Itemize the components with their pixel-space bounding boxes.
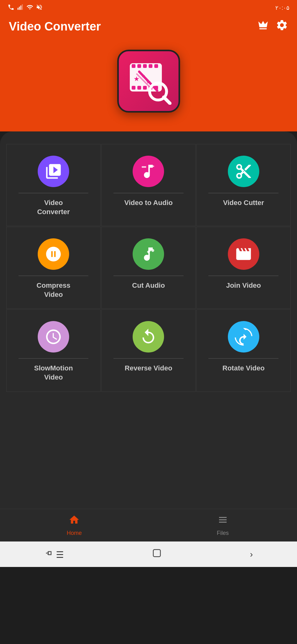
nav-item-files[interactable]: Files <box>149 514 297 536</box>
signal-bars-icon <box>17 4 24 12</box>
svg-rect-2 <box>20 5 21 10</box>
feature-divider <box>113 193 184 193</box>
svg-rect-1 <box>19 7 20 10</box>
wifi-icon <box>26 4 33 12</box>
compress-video-icon-circle <box>38 238 69 270</box>
feature-grid-section: VideoConverter Video to Audio Video Cutt… <box>0 131 297 509</box>
video-to-audio-icon-circle <box>133 156 164 187</box>
svg-rect-11 <box>137 86 141 90</box>
header-actions <box>257 19 288 34</box>
svg-rect-3 <box>22 4 23 9</box>
mute-icon <box>36 4 43 12</box>
rotate-video-label: Rotate Video <box>223 364 265 373</box>
feature-cell-compress-video[interactable]: CompressVideo <box>6 227 101 309</box>
feature-cell-rotate-video[interactable]: Rotate Video <box>196 309 291 391</box>
cut-audio-icon-circle <box>133 238 164 270</box>
video-cutter-label: Video Cutter <box>223 198 264 208</box>
svg-rect-22 <box>151 165 154 167</box>
compress-video-label: CompressVideo <box>36 281 70 299</box>
svg-rect-7 <box>143 64 147 68</box>
svg-rect-6 <box>137 64 141 68</box>
svg-rect-10 <box>132 86 135 90</box>
app-title: Video Converter <box>9 20 101 33</box>
svg-rect-5 <box>132 64 135 68</box>
feature-divider <box>113 358 184 359</box>
feature-grid: VideoConverter Video to Audio Video Cutt… <box>6 144 291 392</box>
svg-rect-31 <box>51 551 52 555</box>
hero-section: ★ ★ ★ <box>0 40 297 131</box>
cut-audio-label: Cut Audio <box>132 281 165 290</box>
feature-cell-reverse-video[interactable]: Reverse Video <box>101 309 195 391</box>
reverse-video-icon-circle <box>133 321 164 353</box>
feature-divider <box>208 275 278 276</box>
nav-item-home[interactable]: Home <box>0 514 149 536</box>
slowmotion-video-icon-circle <box>38 321 69 353</box>
svg-point-23 <box>151 249 154 252</box>
feature-divider <box>113 275 184 276</box>
video-to-audio-label: Video to Audio <box>124 198 173 208</box>
feature-cell-slowmotion-video[interactable]: SlowMotionVideo <box>6 309 101 391</box>
svg-rect-27 <box>47 553 48 554</box>
feature-divider <box>19 358 89 359</box>
svg-rect-0 <box>18 8 19 9</box>
feature-divider <box>19 193 89 193</box>
settings-icon[interactable] <box>276 19 288 34</box>
feature-cell-video-converter[interactable]: VideoConverter <box>6 144 101 226</box>
back-button[interactable]: ☰ <box>44 548 64 560</box>
feature-cell-video-cutter[interactable]: Video Cutter <box>196 144 291 226</box>
reverse-video-label: Reverse Video <box>125 364 172 373</box>
crown-icon[interactable] <box>257 19 269 34</box>
svg-rect-29 <box>49 551 51 552</box>
recents-button[interactable]: › <box>250 549 253 559</box>
join-video-label: Join Video <box>226 281 261 290</box>
video-converter-label: VideoConverter <box>37 198 70 216</box>
system-nav: ☰ › <box>0 541 297 567</box>
app-logo: ★ ★ ★ <box>117 50 180 113</box>
feature-cell-join-video[interactable]: Join Video <box>196 227 291 309</box>
svg-rect-8 <box>149 64 152 68</box>
bottom-nav: Home Files <box>0 509 297 541</box>
rotate-video-icon-circle <box>228 321 259 353</box>
svg-rect-28 <box>48 551 49 555</box>
slowmotion-video-label: SlowMotionVideo <box>34 364 73 382</box>
feature-divider <box>208 358 278 359</box>
video-converter-icon-circle <box>38 156 69 187</box>
svg-rect-32 <box>153 550 161 557</box>
status-time: ۲۰:۰۵ <box>275 4 289 11</box>
home-label: Home <box>67 530 82 536</box>
join-video-icon-circle <box>228 238 259 270</box>
svg-line-21 <box>164 97 170 103</box>
app-header: Video Converter <box>0 16 297 40</box>
home-button[interactable] <box>152 548 162 560</box>
feature-divider <box>208 193 278 193</box>
feature-divider <box>19 275 89 276</box>
video-cutter-icon-circle <box>228 156 259 187</box>
status-bar: ۲۰:۰۵ <box>0 0 297 16</box>
phone-signal-icon <box>8 4 14 12</box>
svg-rect-26 <box>47 552 48 553</box>
feature-cell-cut-audio[interactable]: Cut Audio <box>101 227 195 309</box>
svg-rect-30 <box>49 554 51 555</box>
svg-rect-12 <box>143 86 147 90</box>
feature-cell-video-to-audio[interactable]: Video to Audio <box>101 144 195 226</box>
svg-rect-9 <box>154 64 158 68</box>
svg-rect-25 <box>46 553 47 554</box>
files-label: Files <box>217 530 229 536</box>
home-icon <box>69 514 80 528</box>
status-icons <box>8 4 43 12</box>
files-icon <box>217 514 228 528</box>
